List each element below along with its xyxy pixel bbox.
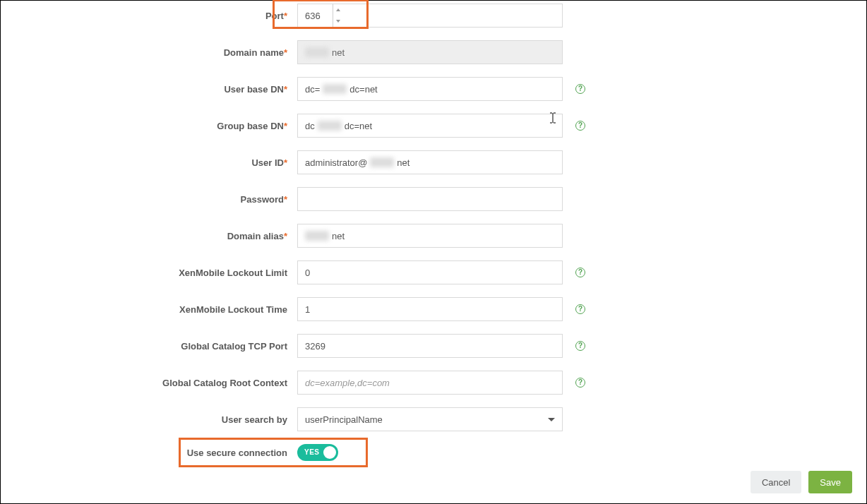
port-label: Port*: [1, 11, 297, 21]
gc-root-context-input[interactable]: [297, 371, 563, 395]
lockout-time-label: XenMobile Lockout Time: [1, 304, 297, 315]
lockout-time-input[interactable]: [297, 297, 563, 321]
redacted-icon: [318, 121, 342, 131]
password-label: Password*: [1, 194, 297, 205]
redacted-icon: [370, 157, 394, 167]
user-id-label: User ID*: [1, 157, 297, 168]
use-secure-toggle[interactable]: YES: [297, 444, 338, 461]
user-id-input[interactable]: administrator@ net: [297, 150, 563, 174]
help-icon[interactable]: ?: [575, 304, 585, 314]
redacted-icon: [323, 84, 347, 94]
user-search-by-dropdown[interactable]: userPrincipalName: [297, 407, 563, 431]
cancel-button[interactable]: Cancel: [751, 471, 801, 493]
lockout-limit-label: XenMobile Lockout Limit: [1, 268, 297, 278]
domain-alias-input[interactable]: net: [297, 224, 563, 248]
help-icon[interactable]: ?: [575, 341, 585, 351]
domain-name-label: Domain name*: [1, 47, 297, 58]
gc-tcp-port-label: Global Catalog TCP Port: [1, 341, 297, 352]
user-base-dn-input[interactable]: dc= dc=net: [297, 77, 563, 101]
chevron-down-icon: [548, 418, 555, 421]
toggle-knob-icon: [323, 446, 336, 459]
save-button[interactable]: Save: [808, 471, 852, 493]
port-spinner-up-icon[interactable]: [336, 8, 340, 11]
group-base-dn-input[interactable]: dc dc=net: [297, 114, 563, 138]
help-icon[interactable]: ?: [575, 84, 585, 94]
domain-alias-label: Domain alias*: [1, 231, 297, 241]
footer-actions: Cancel Save: [751, 471, 852, 493]
gc-root-context-label: Global Catalog Root Context: [1, 378, 297, 388]
redacted-icon: [305, 231, 329, 241]
use-secure-label: Use secure connection: [1, 448, 297, 458]
password-input[interactable]: [297, 187, 563, 211]
group-base-dn-label: Group base DN*: [1, 121, 297, 131]
redacted-icon: [305, 47, 329, 57]
user-search-by-label: User search by: [1, 414, 297, 425]
ldap-settings-form: Port* Domain name* net User base DN*: [0, 0, 867, 504]
domain-name-input: net: [297, 40, 563, 64]
user-base-dn-label: User base DN*: [1, 84, 297, 95]
help-icon[interactable]: ?: [575, 268, 585, 277]
gc-tcp-port-input[interactable]: [297, 334, 563, 358]
help-icon[interactable]: ?: [575, 121, 585, 131]
port-spinner[interactable]: [333, 4, 342, 27]
lockout-limit-input[interactable]: [297, 260, 563, 284]
help-icon[interactable]: ?: [575, 378, 585, 388]
port-spinner-down-icon[interactable]: [336, 20, 340, 23]
user-search-by-value: userPrincipalName: [305, 414, 383, 425]
